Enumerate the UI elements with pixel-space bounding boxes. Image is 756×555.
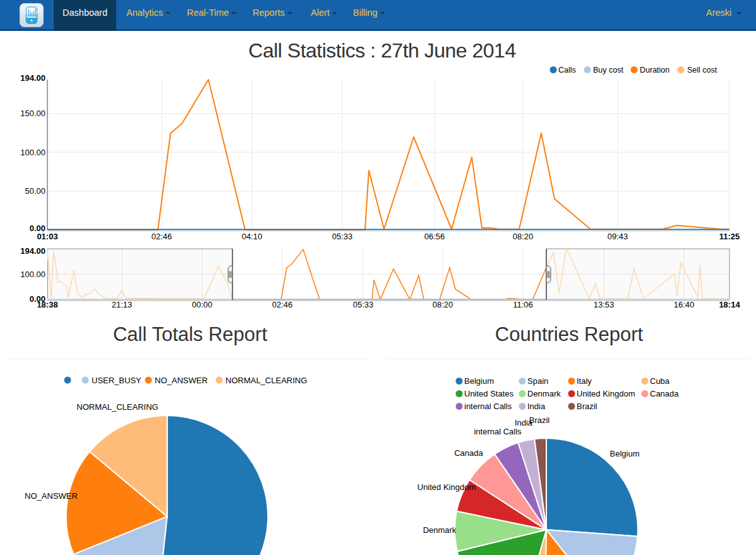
svg-text:Belgium: Belgium [464,376,494,386]
svg-text:04:10: 04:10 [242,232,263,241]
svg-text:16:40: 16:40 [674,300,695,309]
svg-text:21:13: 21:13 [112,300,133,309]
svg-text:NO_ANSWER: NO_ANSWER [25,491,78,501]
svg-text:internal Calls: internal Calls [464,402,512,411]
svg-text:01:03: 01:03 [37,232,57,241]
svg-text:Duration: Duration [640,66,669,75]
svg-text:02:46: 02:46 [152,232,172,241]
svg-text:United Kingdom: United Kingdom [577,389,635,398]
svg-text:NO_ANSWER: NO_ANSWER [155,376,208,385]
svg-text:Italy: Italy [577,376,592,386]
svg-text:11:25: 11:25 [719,232,740,241]
svg-text:Brazil: Brazil [577,402,597,411]
svg-text:Calls: Calls [558,66,576,75]
svg-text:Buy cost: Buy cost [593,66,623,75]
svg-text:18:14: 18:14 [719,300,740,309]
svg-text:50.00: 50.00 [25,186,45,196]
svg-text:11:06: 11:06 [513,300,533,309]
svg-text:Sell cost: Sell cost [687,66,717,75]
svg-text:NORMAL_CLEARING: NORMAL_CLEARING [225,376,307,385]
svg-text:05:33: 05:33 [353,300,374,309]
svg-text:06:56: 06:56 [424,232,445,241]
svg-text:United States: United States [464,389,514,398]
svg-text:Denmark: Denmark [423,525,457,535]
svg-text:02:46: 02:46 [272,300,293,309]
svg-text:08:20: 08:20 [433,300,453,309]
svg-text:India: India [527,402,546,411]
svg-text:Denmark: Denmark [527,389,561,398]
svg-text:Spain: Spain [527,376,548,386]
svg-text:Canada: Canada [650,389,679,398]
svg-text:United Kingdom: United Kingdom [417,482,476,492]
svg-text:194.00: 194.00 [20,73,45,83]
svg-text:Call Totals Report: Call Totals Report [113,323,267,345]
svg-text:100.00: 100.00 [20,270,45,279]
svg-text:05:33: 05:33 [332,232,353,241]
svg-text:08:20: 08:20 [513,232,534,241]
svg-text:Countries Report: Countries Report [495,323,644,345]
svg-text:09:43: 09:43 [608,232,628,241]
svg-text:150.00: 150.00 [20,109,45,118]
svg-text:internal Calls: internal Calls [474,427,522,436]
svg-text:Brazil: Brazil [529,415,550,425]
svg-text:194.00: 194.00 [20,246,45,256]
svg-text:100.00: 100.00 [20,148,45,157]
svg-text:13:53: 13:53 [594,300,615,309]
svg-text:18:38: 18:38 [37,300,57,309]
svg-text:Canada: Canada [454,448,483,458]
svg-text:00:00: 00:00 [192,300,213,309]
svg-text:USER_BUSY: USER_BUSY [92,376,141,385]
svg-text:NORMAL_CLEARING: NORMAL_CLEARING [76,402,158,412]
svg-text:Cuba: Cuba [650,376,670,386]
svg-text:Belgium: Belgium [610,449,640,458]
svg-text:Call Statistics : 27th June 20: Call Statistics : 27th June 2014 [248,39,515,62]
